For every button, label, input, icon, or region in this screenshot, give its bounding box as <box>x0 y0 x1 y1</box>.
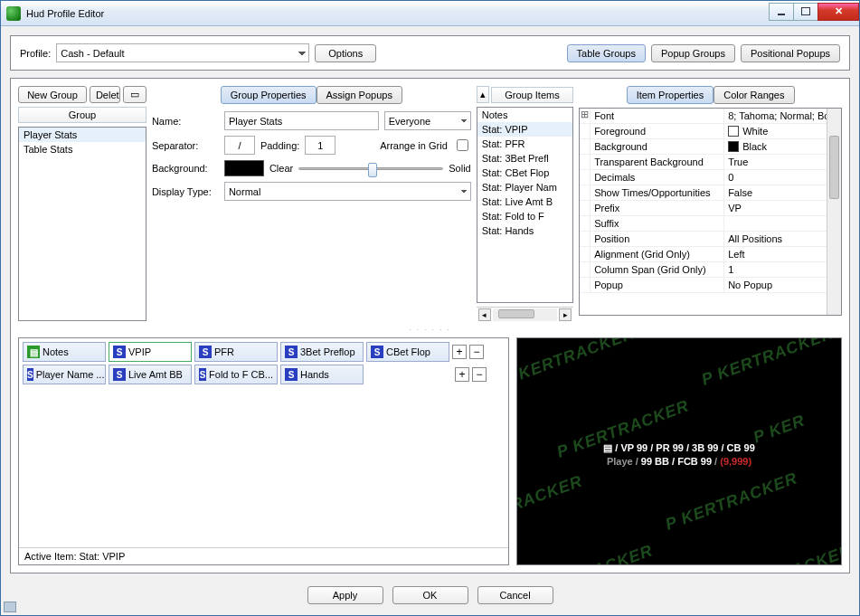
prop-key: Foreground <box>591 124 724 138</box>
tab-color-ranges[interactable]: Color Ranges <box>714 86 794 104</box>
hud-chip[interactable]: SCBet Flop <box>366 342 449 362</box>
prop-value[interactable]: True <box>724 155 841 169</box>
propgrid-row[interactable]: Suffix <box>580 216 841 232</box>
prop-value[interactable]: 8; Tahoma; Normal; Bold <box>724 109 841 123</box>
displaytype-label: Display Type: <box>152 186 224 197</box>
separator-input[interactable] <box>224 136 255 155</box>
group-items-list[interactable]: NotesStat: VPIPStat: PFRStat: 3Bet Prefl… <box>477 107 573 303</box>
hud-chip[interactable]: SLive Amt BB <box>109 365 192 384</box>
apply-button[interactable]: Apply <box>307 586 383 604</box>
prop-key: Column Span (Grid Only) <box>591 262 724 277</box>
prop-value[interactable]: VP <box>724 201 841 215</box>
expand-icon[interactable] <box>580 170 591 185</box>
name-input[interactable] <box>224 111 379 130</box>
splitter[interactable]: ∙ ∙ ∙ ∙ ∙ ∙ <box>18 327 842 332</box>
hud-chip[interactable]: S3Bet Preflop <box>280 342 364 362</box>
tab-positional-popups[interactable]: Positional Popups <box>741 44 840 62</box>
propgrid-row[interactable]: Decimals0 <box>580 170 841 185</box>
propgrid-row[interactable]: Transparent BackgroundTrue <box>580 155 841 170</box>
prop-value[interactable]: 0 <box>724 170 841 185</box>
group-item[interactable]: Stat: VPIP <box>477 122 572 137</box>
group-item[interactable]: Stat: Live Amt B <box>477 194 572 209</box>
prop-value[interactable]: No Popup <box>724 278 841 292</box>
hud-chip[interactable]: SHands <box>280 365 364 384</box>
remove-stat-button[interactable]: − <box>469 345 484 359</box>
tab-assign-popups[interactable]: Assign Popups <box>317 86 402 104</box>
minimize-button[interactable] <box>769 3 794 21</box>
expand-icon[interactable] <box>580 247 591 261</box>
prop-value[interactable]: Black <box>724 139 841 154</box>
propgrid-row[interactable]: ⊞Font8; Tahoma; Normal; Bold <box>580 109 841 124</box>
add-stat-button[interactable]: + <box>455 367 469 382</box>
expand-icon[interactable] <box>580 139 591 154</box>
expand-icon[interactable] <box>580 262 591 277</box>
prop-value[interactable] <box>724 216 841 231</box>
cancel-button[interactable]: Cancel <box>477 586 553 604</box>
app-icon <box>6 6 21 21</box>
propgrid-row[interactable]: PositionAll Positions <box>580 232 841 247</box>
group-item[interactable]: Stat: Fold to F <box>477 209 572 223</box>
expand-icon[interactable] <box>580 155 591 169</box>
group-extra-button[interactable]: ▭ <box>123 86 146 103</box>
hud-chip[interactable]: ▤Notes <box>23 342 106 362</box>
background-swatch[interactable] <box>224 160 264 176</box>
propgrid-row[interactable]: Alignment (Grid Only)Left <box>580 247 841 262</box>
stat-icon: S <box>285 368 298 381</box>
items-hscroll[interactable]: ◂▸ <box>477 307 573 321</box>
expand-icon[interactable] <box>580 124 591 138</box>
group-item[interactable]: Stat: 3Bet Prefl <box>477 151 572 166</box>
group-item[interactable]: Stat: CBet Flop <box>477 166 572 180</box>
delete-group-button[interactable]: Delete <box>90 86 120 103</box>
group-item[interactable]: Stat: Player Nam <box>477 180 572 194</box>
property-grid[interactable]: ⊞Font8; Tahoma; Normal; BoldForegroundWh… <box>579 108 842 316</box>
maximize-button[interactable] <box>793 3 818 21</box>
expand-icon[interactable] <box>580 232 591 246</box>
groups-list[interactable]: Player StatsTable Stats <box>18 127 146 321</box>
group-item[interactable]: Notes <box>477 108 572 122</box>
prop-value[interactable]: Left <box>724 247 841 261</box>
hud-chip[interactable]: SPlayer Name ... <box>23 365 106 384</box>
propgrid-row[interactable]: BackgroundBlack <box>580 139 841 155</box>
hud-chip[interactable]: SPFR <box>194 342 278 362</box>
prop-value[interactable]: 1 <box>724 262 841 277</box>
scope-select[interactable]: Everyone <box>384 111 471 130</box>
opacity-slider[interactable] <box>298 167 443 170</box>
propgrid-row[interactable]: PopupNo Popup <box>580 278 841 293</box>
profile-select[interactable]: Cash - Default <box>56 43 309 62</box>
expand-icon[interactable] <box>580 185 591 200</box>
group-list-item[interactable]: Player Stats <box>19 128 146 142</box>
group-items-column: ▴ Group Items NotesStat: VPIPStat: PFRSt… <box>477 86 573 321</box>
tab-popup-groups[interactable]: Popup Groups <box>651 44 735 62</box>
expand-icon[interactable] <box>580 216 591 231</box>
tab-table-groups[interactable]: Table Groups <box>567 44 646 62</box>
prop-value[interactable]: All Positions <box>724 232 841 246</box>
new-group-button[interactable]: New Group <box>18 86 87 103</box>
group-item[interactable]: Stat: Hands <box>477 223 572 238</box>
propgrid-scrollbar[interactable] <box>827 109 841 315</box>
stat-icon: S <box>113 346 126 358</box>
padding-input[interactable] <box>305 136 335 155</box>
prop-value[interactable]: False <box>724 185 841 200</box>
propgrid-row[interactable]: Show Times/OpportunitiesFalse <box>580 185 841 201</box>
close-button[interactable] <box>817 3 859 21</box>
expand-icon[interactable] <box>580 278 591 292</box>
displaytype-select[interactable]: Normal <box>224 182 471 201</box>
propgrid-row[interactable]: Column Span (Grid Only)1 <box>580 262 841 278</box>
group-list-item[interactable]: Table Stats <box>19 142 146 156</box>
options-button[interactable]: Options <box>315 44 376 62</box>
hud-chip[interactable]: SFold to F CB... <box>194 365 278 384</box>
arrange-checkbox[interactable] <box>457 139 468 151</box>
prop-value[interactable]: White <box>724 124 841 138</box>
sort-icon[interactable]: ▴ <box>477 86 489 103</box>
add-stat-button[interactable]: + <box>452 345 467 359</box>
expand-icon[interactable]: ⊞ <box>580 109 591 123</box>
hud-chip[interactable]: SVPIP <box>109 342 192 362</box>
expand-icon[interactable] <box>580 201 591 215</box>
group-item[interactable]: Stat: PFR <box>477 137 572 151</box>
tab-item-properties[interactable]: Item Properties <box>627 86 714 104</box>
propgrid-row[interactable]: PrefixVP <box>580 201 841 216</box>
ok-button[interactable]: OK <box>392 586 468 604</box>
propgrid-row[interactable]: ForegroundWhite <box>580 124 841 139</box>
remove-stat-button[interactable]: − <box>472 367 487 382</box>
tab-group-properties[interactable]: Group Properties <box>221 86 317 104</box>
